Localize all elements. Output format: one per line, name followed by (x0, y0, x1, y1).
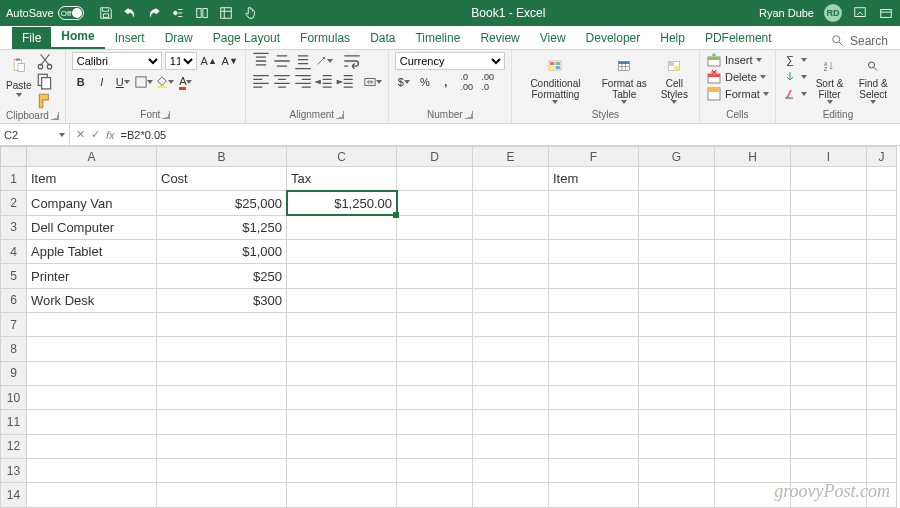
format-cells-button[interactable]: Format (706, 86, 769, 102)
row-header[interactable]: 11 (1, 410, 27, 434)
cell[interactable] (867, 215, 897, 239)
cell[interactable] (549, 215, 639, 239)
tab-draw[interactable]: Draw (155, 27, 203, 49)
cell[interactable] (867, 483, 897, 508)
row-header[interactable]: 5 (1, 264, 27, 288)
number-format-select[interactable]: Currency (395, 52, 505, 70)
cell[interactable] (287, 410, 397, 434)
increase-font-button[interactable]: A▲ (200, 52, 218, 70)
cell[interactable] (473, 240, 549, 264)
cell[interactable] (867, 459, 897, 483)
autosum-button[interactable]: ∑ (782, 52, 807, 68)
align-middle-button[interactable] (273, 52, 291, 70)
row-header[interactable]: 2 (1, 191, 27, 215)
cell[interactable] (549, 483, 639, 508)
clear-button[interactable] (782, 86, 807, 102)
row-header[interactable]: 14 (1, 483, 27, 508)
cell[interactable] (791, 434, 867, 458)
cell[interactable] (473, 337, 549, 361)
cell[interactable]: Company Van (27, 191, 157, 215)
cell[interactable] (715, 240, 791, 264)
accounting-format-button[interactable]: $ (395, 73, 413, 91)
undo-icon[interactable] (122, 5, 138, 21)
cell[interactable]: Printer (27, 264, 157, 288)
cell[interactable] (397, 483, 473, 508)
cell[interactable] (473, 434, 549, 458)
cut-button[interactable] (36, 52, 54, 70)
cell[interactable] (157, 459, 287, 483)
cell[interactable] (27, 410, 157, 434)
cell[interactable] (27, 313, 157, 337)
cell[interactable] (157, 434, 287, 458)
conditional-formatting-button[interactable]: Conditional Formatting (518, 52, 593, 109)
cell[interactable] (473, 386, 549, 410)
row-header[interactable]: 1 (1, 167, 27, 191)
cell[interactable] (867, 264, 897, 288)
tab-help[interactable]: Help (650, 27, 695, 49)
cell[interactable]: $25,000 (157, 191, 287, 215)
row-header[interactable]: 4 (1, 240, 27, 264)
cell[interactable] (157, 313, 287, 337)
cell[interactable] (715, 483, 791, 508)
paste-button[interactable]: Paste (6, 52, 32, 110)
cell[interactable] (397, 410, 473, 434)
copy-button[interactable] (36, 72, 54, 90)
font-size-select[interactable]: 11 (165, 52, 197, 70)
increase-indent-button[interactable] (336, 73, 354, 91)
enter-formula-button[interactable]: ✓ (91, 128, 100, 141)
cell[interactable] (867, 434, 897, 458)
dialog-launcher-icon[interactable] (336, 111, 344, 119)
col-header[interactable]: D (397, 147, 473, 167)
col-header[interactable]: B (157, 147, 287, 167)
cell[interactable] (549, 191, 639, 215)
select-all-corner[interactable] (1, 147, 27, 167)
tab-developer[interactable]: Developer (576, 27, 651, 49)
cell[interactable] (287, 215, 397, 239)
cell[interactable] (27, 361, 157, 385)
cell[interactable] (791, 459, 867, 483)
name-box[interactable]: C2 (0, 124, 70, 145)
cell[interactable] (715, 361, 791, 385)
cell[interactable] (397, 313, 473, 337)
cell[interactable] (549, 240, 639, 264)
cell[interactable] (867, 361, 897, 385)
row-header[interactable]: 10 (1, 386, 27, 410)
cell[interactable] (639, 386, 715, 410)
cell[interactable] (867, 313, 897, 337)
cell[interactable] (791, 483, 867, 508)
cell[interactable] (639, 167, 715, 191)
delete-cells-button[interactable]: Delete (706, 69, 769, 85)
align-top-button[interactable] (252, 52, 270, 70)
cell[interactable]: $250 (157, 264, 287, 288)
touch-mode-icon[interactable] (242, 5, 258, 21)
wrap-text-button[interactable] (343, 52, 361, 70)
cell[interactable]: Cost (157, 167, 287, 191)
cell[interactable] (867, 386, 897, 410)
cell[interactable] (397, 191, 473, 215)
dialog-launcher-icon[interactable] (162, 111, 170, 119)
cell[interactable] (867, 410, 897, 434)
cell[interactable] (791, 240, 867, 264)
align-right-button[interactable] (294, 73, 312, 91)
cell[interactable] (397, 386, 473, 410)
cell[interactable] (715, 337, 791, 361)
decrease-font-button[interactable]: A▼ (221, 52, 239, 70)
decrease-indent-button[interactable] (315, 73, 333, 91)
cell[interactable] (473, 288, 549, 312)
cell[interactable]: Apple Tablet (27, 240, 157, 264)
tab-view[interactable]: View (530, 27, 576, 49)
cell[interactable] (715, 264, 791, 288)
cell[interactable] (715, 191, 791, 215)
cell-styles-button[interactable]: Cell Styles (656, 52, 693, 109)
bold-button[interactable]: B (72, 73, 90, 91)
cell[interactable] (473, 410, 549, 434)
cell[interactable] (287, 434, 397, 458)
decrease-decimal-button[interactable]: .00.0 (479, 73, 497, 91)
cell[interactable] (715, 459, 791, 483)
cell[interactable] (639, 337, 715, 361)
col-header[interactable]: C (287, 147, 397, 167)
cell[interactable] (639, 288, 715, 312)
cell[interactable] (549, 288, 639, 312)
cell[interactable] (27, 483, 157, 508)
align-center-button[interactable] (273, 73, 291, 91)
